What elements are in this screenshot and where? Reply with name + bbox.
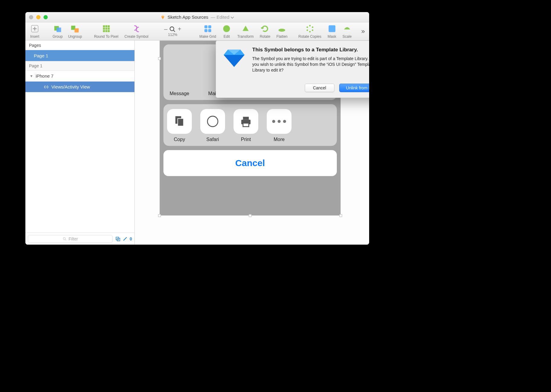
label: Scale [343,34,352,39]
svg-point-20 [307,26,308,28]
transform-icon [241,24,250,33]
unlink-from-library-button[interactable]: Unlink from Library [339,84,369,92]
zoom-in-icon[interactable]: + [178,26,181,33]
svg-point-16 [312,26,313,28]
rotate-icon [260,24,269,33]
svg-point-18 [309,31,311,32]
sidebar: Pages Page 1 Page 1 ▼ iPhone 7 Views/Act… [25,40,135,245]
svg-marker-0 [161,16,164,19]
svg-rect-30 [243,123,249,127]
share-label: Message [170,91,189,96]
plus-icon [30,24,39,33]
titlebar: Sketch App Sources — Edited [25,12,369,22]
layer-label: Views/Activity View [51,84,90,89]
list-item: Copy [167,109,192,142]
toolbar-overflow[interactable]: » [361,27,365,35]
list-item: More [267,109,292,142]
label: Create Symbol [124,34,148,39]
svg-point-13 [223,25,230,32]
share-label: Safari [206,137,219,142]
list-item: Print [234,109,258,142]
label: Make Grid [199,34,216,39]
unlink-symbol-dialog: This Symbol belongs to a Template Librar… [216,40,369,98]
app-window: Sketch App Sources — Edited Insert Group… [25,12,369,245]
edit-button[interactable]: Edit [220,24,234,39]
flatten-button[interactable]: Flatten [274,24,290,39]
label: Flatten [276,34,288,39]
layers-panel-header: Page 1 [25,61,134,71]
magnifier-icon [169,26,176,33]
label: Round To Pixel [94,34,118,39]
slice-filter-icon[interactable] [122,236,128,242]
svg-rect-21 [329,25,336,32]
pixel-grid-icon [102,24,111,33]
svg-marker-32 [224,55,245,67]
svg-marker-1 [161,15,164,16]
label: Mask [327,34,336,39]
share-label: Copy [174,137,185,142]
svg-point-19 [307,29,308,31]
ungroup-button[interactable]: Ungroup [66,24,84,39]
selection-handle[interactable] [340,214,342,217]
cancel-button[interactable]: Cancel [305,84,334,92]
svg-point-27 [208,116,218,127]
svg-point-22 [63,237,65,239]
chevron-down-icon[interactable]: ▼ [30,74,33,78]
mask-icon [327,24,337,33]
artboard-filter-icon[interactable] [115,236,121,242]
page-item[interactable]: Page 1 [25,50,134,61]
filter-placeholder: Filter [69,236,78,241]
round-to-pixel-button[interactable]: Round To Pixel [92,24,121,39]
grid-icon [203,24,212,33]
chevron-down-icon [230,16,234,19]
zoom-control[interactable]: – + 112% [160,26,185,37]
activity-cancel-button: Cancel [163,150,337,176]
svg-rect-7 [103,25,110,32]
layer-artboard-iphone7[interactable]: ▼ iPhone 7 [25,71,134,82]
ungroup-icon [70,24,79,33]
filter-input[interactable]: Filter [28,235,113,243]
zoom-out-icon[interactable]: – [164,26,167,33]
dialog-body: The Symbol you are trying to edit is par… [252,56,369,73]
selection-handle[interactable] [158,214,161,217]
svg-rect-12 [208,29,211,32]
canvas[interactable]: Susie's iPhone 6 Plus Message Mail [135,40,369,245]
svg-rect-11 [205,29,208,32]
insert-button[interactable]: Insert [28,24,42,39]
selection-handle[interactable] [249,214,252,217]
label: Rotate [260,34,270,39]
label: Transform [237,34,253,39]
svg-point-15 [309,25,311,26]
selection-handle[interactable] [158,57,161,60]
rotate-copies-icon [305,24,314,33]
share-label: Print [241,137,251,142]
label: Edit [224,34,230,39]
group-button[interactable]: Group [50,24,65,39]
close-button[interactable] [29,15,33,19]
make-grid-button[interactable]: Make Grid [197,24,218,39]
symbol-link-icon [44,84,49,90]
svg-point-17 [312,29,313,31]
rotate-copies-button[interactable]: Rotate Copies [296,24,324,39]
scale-icon [343,24,352,33]
svg-point-8 [170,27,174,31]
scale-button[interactable]: Scale [340,24,354,39]
safari-icon [200,109,225,134]
layer-symbol-activity-view[interactable]: Views/Activity View [25,82,134,92]
mask-button[interactable]: Mask [325,24,339,39]
traffic-lights [29,12,48,22]
more-icon [267,109,292,134]
list-item: Safari [200,109,225,142]
copy-icon [167,109,192,134]
minimize-button[interactable] [36,15,40,19]
pages-panel-header: Pages [25,40,134,50]
transform-button[interactable]: Transform [235,24,256,39]
rotate-button[interactable]: Rotate [257,24,273,39]
fullscreen-button[interactable] [44,15,48,19]
zoom-value: 112% [168,33,177,37]
symbol-icon [132,24,141,33]
create-symbol-button[interactable]: Create Symbol [122,24,151,39]
dialog-heading: This Symbol belongs to a Template Librar… [252,47,369,53]
svg-rect-9 [205,25,208,28]
edited-indicator[interactable]: — Edited [211,14,234,20]
